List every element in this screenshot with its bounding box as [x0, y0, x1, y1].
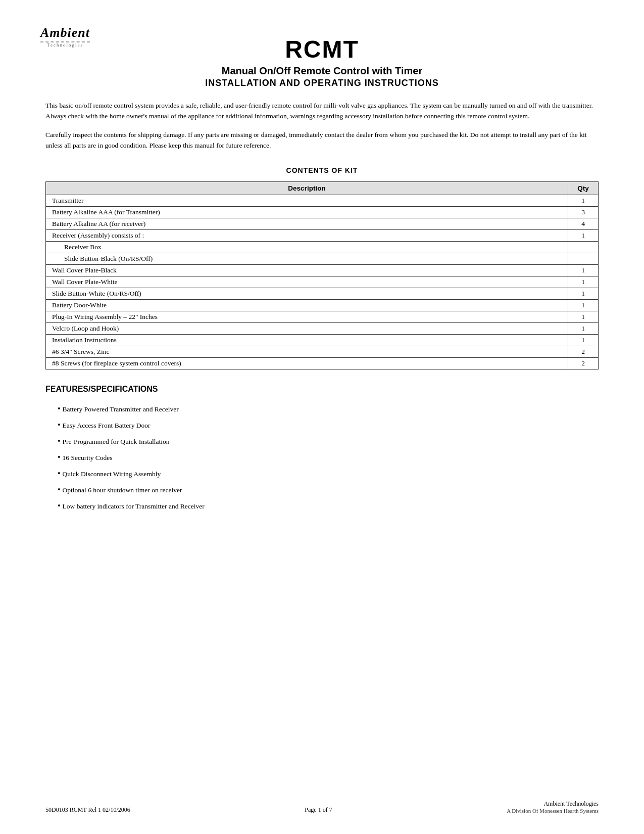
intro-paragraph-2: Carefully inspect the contents for shipp… — [45, 130, 599, 151]
table-cell-description: Installation Instructions — [46, 334, 568, 346]
header: RCMT Manual On/Off Remote Control with T… — [45, 30, 599, 88]
page-title: RCMT — [285, 35, 359, 63]
contents-table: Description Qty Transmitter1Battery Alka… — [45, 181, 599, 369]
table-cell-description: Receiver (Assembly) consists of : — [46, 229, 568, 241]
table-row: Battery Alkaline AA (for receiver)4 — [46, 218, 599, 229]
table-cell-description: Wall Cover Plate-White — [46, 276, 568, 288]
table-row: Receiver (Assembly) consists of :1 — [46, 229, 599, 241]
table-cell-description: Slide Button-White (On/RS/Off) — [46, 288, 568, 299]
table-row: Slide Button-Black (On/RS/Off) — [46, 253, 599, 264]
footer-right-line1: Ambient Technologies — [507, 800, 599, 808]
subtitle: Manual On/Off Remote Control with Timer — [222, 65, 422, 77]
table-cell-description: Wall Cover Plate-Black — [46, 264, 568, 276]
list-item: Low battery indicators for Transmitter a… — [58, 498, 599, 514]
footer-right-line2: A Division Of Monessen Hearth Systems — [507, 808, 599, 814]
table-cell-qty: 1 — [568, 299, 599, 311]
features-list: Battery Powered Transmitter and Receiver… — [45, 401, 599, 514]
features-section: FEATURES/SPECIFICATIONS Battery Powered … — [45, 385, 599, 514]
table-row: Wall Cover Plate-White1 — [46, 276, 599, 288]
table-row: Slide Button-White (On/RS/Off)1 — [46, 288, 599, 299]
table-cell-qty: 3 — [568, 206, 599, 218]
list-item: 16 Security Codes — [58, 449, 599, 466]
col-description: Description — [46, 181, 568, 195]
table-cell-qty: 2 — [568, 346, 599, 357]
table-cell-description: #6 3/4" Screws, Zinc — [46, 346, 568, 357]
table-row: Plug-In Wiring Assembly – 22" Inches1 — [46, 311, 599, 322]
table-cell-qty: 1 — [568, 322, 599, 334]
table-row: Transmitter1 — [46, 195, 599, 206]
list-item: Easy Access Front Battery Door — [58, 417, 599, 433]
footer-right: Ambient Technologies A Division Of Mones… — [507, 800, 599, 814]
table-cell-description: Battery Door-White — [46, 299, 568, 311]
table-cell-description: Transmitter — [46, 195, 568, 206]
table-cell-description: Plug-In Wiring Assembly – 22" Inches — [46, 311, 568, 322]
table-cell-description: Velcro (Loop and Hook) — [46, 322, 568, 334]
table-row: Velcro (Loop and Hook)1 — [46, 322, 599, 334]
table-cell-qty: 1 — [568, 288, 599, 299]
intro-paragraph-1: This basic on/off remote control system … — [45, 101, 599, 122]
list-item: Battery Powered Transmitter and Receiver — [58, 401, 599, 417]
table-cell-qty — [568, 253, 599, 264]
contents-section-title: CONTENTS OF KIT — [45, 166, 599, 174]
table-cell-description: Battery Alkaline AA (for receiver) — [46, 218, 568, 229]
table-row: Installation Instructions1 — [46, 334, 599, 346]
col-qty: Qty — [568, 181, 599, 195]
logo-main: Ambient — [40, 25, 90, 42]
footer: 50D0103 RCMT Rel 1 02/10/2006 Page 1 of … — [45, 800, 599, 814]
table-cell-qty: 1 — [568, 195, 599, 206]
table-cell-qty: 2 — [568, 357, 599, 369]
list-item: Quick Disconnect Wiring Assembly — [58, 466, 599, 482]
list-item: Pre-Programmed for Quick Installation — [58, 433, 599, 449]
table-row: Receiver Box — [46, 241, 599, 253]
table-cell-description: Slide Button-Black (On/RS/Off) — [46, 253, 568, 264]
table-cell-qty: 1 — [568, 276, 599, 288]
table-cell-qty: 1 — [568, 334, 599, 346]
list-item: Optional 6 hour shutdown timer on receiv… — [58, 482, 599, 498]
table-cell-qty: 4 — [568, 218, 599, 229]
table-row: Wall Cover Plate-Black1 — [46, 264, 599, 276]
table-cell-description: #8 Screws (for fireplace system control … — [46, 357, 568, 369]
logo: Ambient Technologies — [40, 25, 90, 48]
logo-sub: Technologies — [40, 42, 90, 48]
footer-left: 50D0103 RCMT Rel 1 02/10/2006 — [45, 806, 130, 814]
table-row: Battery Alkaline AAA (for Transmitter)3 — [46, 206, 599, 218]
subtitle2: INSTALLATION AND OPERATING INSTRUCTIONS — [205, 78, 438, 88]
page: Ambient Technologies RCMT Manual On/Off … — [0, 0, 644, 834]
features-title: FEATURES/SPECIFICATIONS — [45, 385, 599, 394]
footer-center: Page 1 of 7 — [305, 806, 332, 814]
table-cell-description: Receiver Box — [46, 241, 568, 253]
table-cell-description: Battery Alkaline AAA (for Transmitter) — [46, 206, 568, 218]
table-cell-qty — [568, 241, 599, 253]
table-cell-qty: 1 — [568, 311, 599, 322]
table-cell-qty: 1 — [568, 229, 599, 241]
table-row: #6 3/4" Screws, Zinc2 — [46, 346, 599, 357]
table-row: Battery Door-White1 — [46, 299, 599, 311]
table-row: #8 Screws (for fireplace system control … — [46, 357, 599, 369]
table-cell-qty: 1 — [568, 264, 599, 276]
